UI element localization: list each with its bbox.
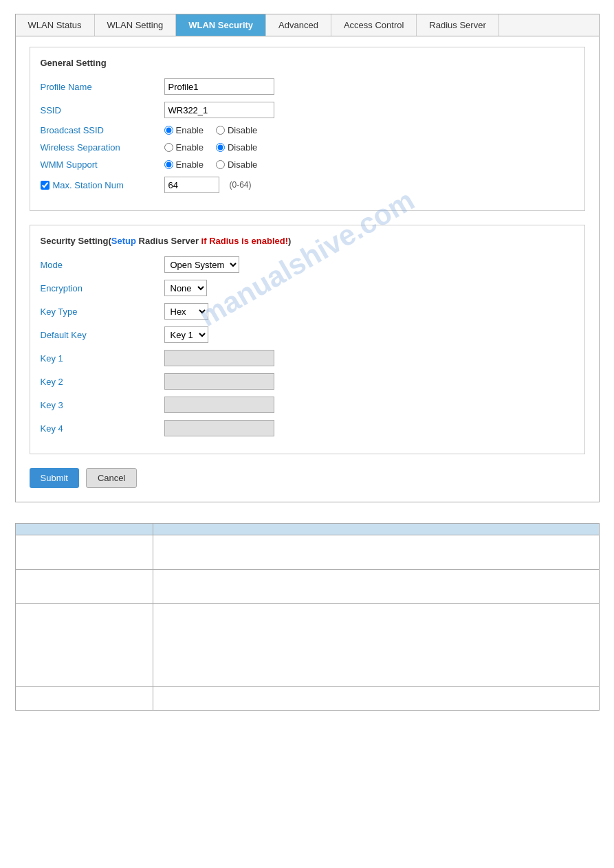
mode-row: Mode Open System Shared Key WPA WPA-PSK …	[41, 256, 574, 273]
max-station-row: Max. Station Num (0-64)	[41, 177, 574, 193]
table-row	[15, 687, 599, 711]
table-col2-header	[153, 524, 599, 535]
mode-select[interactable]: Open System Shared Key WPA WPA-PSK WPA2 …	[164, 256, 239, 273]
tab-advanced[interactable]: Advanced	[266, 14, 331, 36]
key4-input[interactable]	[164, 420, 274, 436]
table-header-row	[15, 524, 599, 535]
panel-content: General Setting Profile Name SSID	[16, 36, 599, 502]
table-row4-col1	[15, 687, 153, 711]
default-key-label: Default Key	[41, 330, 164, 340]
encryption-select[interactable]: None WEP TKIP AES	[164, 280, 207, 296]
table-row3-col1	[15, 604, 153, 687]
security-title-prefix: Security Setting(	[41, 236, 111, 246]
wmm-support-label: WMM Support	[41, 159, 164, 170]
table-col1-header	[15, 524, 153, 535]
key2-label: Key 2	[41, 377, 164, 387]
broadcast-ssid-disable-radio[interactable]	[216, 126, 225, 135]
wireless-sep-row: Wireless Separation Enable Disable	[41, 142, 574, 153]
key-type-value: Hex ASCII	[164, 303, 208, 320]
broadcast-ssid-disable-group: Disable	[216, 125, 263, 135]
security-title-suffix: )	[288, 236, 291, 246]
key4-value	[164, 420, 274, 436]
key-type-label: Key Type	[41, 307, 164, 317]
mode-label: Mode	[41, 260, 164, 270]
key1-row: Key 1	[41, 350, 574, 366]
table-row4-col2	[153, 687, 599, 711]
key4-row: Key 4	[41, 420, 574, 436]
encryption-row: Encryption None WEP TKIP AES	[41, 280, 574, 296]
general-setting-section: General Setting Profile Name SSID	[30, 47, 585, 211]
tab-radius-server[interactable]: Radius Server	[417, 14, 498, 36]
table-row2-col1	[15, 570, 153, 604]
button-bar: Submit Cancel	[30, 468, 585, 488]
max-station-label: Max. Station Num	[53, 180, 124, 190]
wmm-support-radios: Enable Disable	[164, 159, 263, 170]
tab-access-control[interactable]: Access Control	[331, 14, 417, 36]
broadcast-ssid-enable-radio[interactable]	[164, 126, 173, 135]
wmm-enable-label: Enable	[176, 159, 204, 170]
profile-name-label: Profile Name	[41, 82, 164, 92]
tab-bar: WLAN Status WLAN Setting WLAN Security A…	[16, 14, 599, 36]
key2-value	[164, 373, 274, 390]
broadcast-ssid-row: Broadcast SSID Enable Disable	[41, 125, 574, 135]
ssid-row: SSID	[41, 102, 574, 118]
router-panel-wrapper: WLAN Status WLAN Setting WLAN Security A…	[15, 14, 600, 502]
ssid-input[interactable]	[164, 102, 274, 118]
max-station-range: (0-64)	[230, 180, 252, 190]
submit-button[interactable]: Submit	[30, 468, 79, 488]
encryption-label: Encryption	[41, 283, 164, 293]
bottom-table	[15, 523, 600, 711]
tab-wlan-security[interactable]: WLAN Security	[176, 14, 266, 36]
table-row	[15, 570, 599, 604]
default-key-select[interactable]: Key 1 Key 2 Key 3 Key 4	[164, 326, 208, 343]
wireless-sep-label: Wireless Separation	[41, 142, 164, 153]
router-panel: WLAN Status WLAN Setting WLAN Security A…	[15, 14, 600, 502]
key3-row: Key 3	[41, 397, 574, 413]
wireless-sep-enable-radio[interactable]	[164, 143, 173, 152]
key-type-row: Key Type Hex ASCII	[41, 303, 574, 320]
key1-value	[164, 350, 274, 366]
wireless-sep-enable-group: Enable	[164, 142, 209, 153]
security-title-middle: Radius Server	[136, 236, 201, 246]
key3-label: Key 3	[41, 400, 164, 410]
profile-name-value	[164, 78, 274, 95]
key2-input[interactable]	[164, 373, 274, 390]
security-title-if: if Radius is enabled!	[201, 236, 288, 246]
general-setting-title: General Setting	[41, 58, 574, 68]
key2-row: Key 2	[41, 373, 574, 390]
tab-wlan-setting[interactable]: WLAN Setting	[95, 14, 177, 36]
max-station-checkbox[interactable]	[41, 181, 50, 190]
tab-wlan-status[interactable]: WLAN Status	[16, 14, 95, 36]
ssid-label: SSID	[41, 105, 164, 115]
table-row1-col2	[153, 535, 599, 570]
wmm-support-row: WMM Support Enable Disable	[41, 159, 574, 170]
wmm-enable-radio[interactable]	[164, 160, 173, 169]
security-setting-section: Security Setting(Setup Radius Server if …	[30, 225, 585, 454]
broadcast-ssid-enable-label: Enable	[176, 125, 204, 135]
table-row3-col2	[153, 604, 599, 687]
table-row1-col1	[15, 535, 153, 570]
broadcast-ssid-disable-label: Disable	[228, 125, 257, 135]
max-station-label-wrapper: Max. Station Num	[41, 180, 164, 190]
wmm-disable-group: Disable	[216, 159, 263, 170]
default-key-row: Default Key Key 1 Key 2 Key 3 Key 4	[41, 326, 574, 343]
default-key-value: Key 1 Key 2 Key 3 Key 4	[164, 326, 208, 343]
security-setting-title: Security Setting(Setup Radius Server if …	[41, 236, 574, 246]
max-station-value-wrapper: (0-64)	[164, 177, 252, 193]
key-type-select[interactable]: Hex ASCII	[164, 303, 208, 320]
ssid-value	[164, 102, 274, 118]
broadcast-ssid-label: Broadcast SSID	[41, 125, 164, 135]
wireless-sep-disable-radio[interactable]	[216, 143, 225, 152]
broadcast-ssid-radios: Enable Disable	[164, 125, 263, 135]
max-station-input[interactable]	[164, 177, 219, 193]
wireless-sep-disable-group: Disable	[216, 142, 263, 153]
key3-input[interactable]	[164, 397, 274, 413]
key1-input[interactable]	[164, 350, 274, 366]
table-row	[15, 535, 599, 570]
profile-name-input[interactable]	[164, 78, 274, 95]
wmm-disable-radio[interactable]	[216, 160, 225, 169]
cancel-button[interactable]: Cancel	[86, 468, 137, 488]
security-title-setup: Setup	[111, 236, 136, 246]
key3-value	[164, 397, 274, 413]
broadcast-ssid-enable-group: Enable	[164, 125, 209, 135]
